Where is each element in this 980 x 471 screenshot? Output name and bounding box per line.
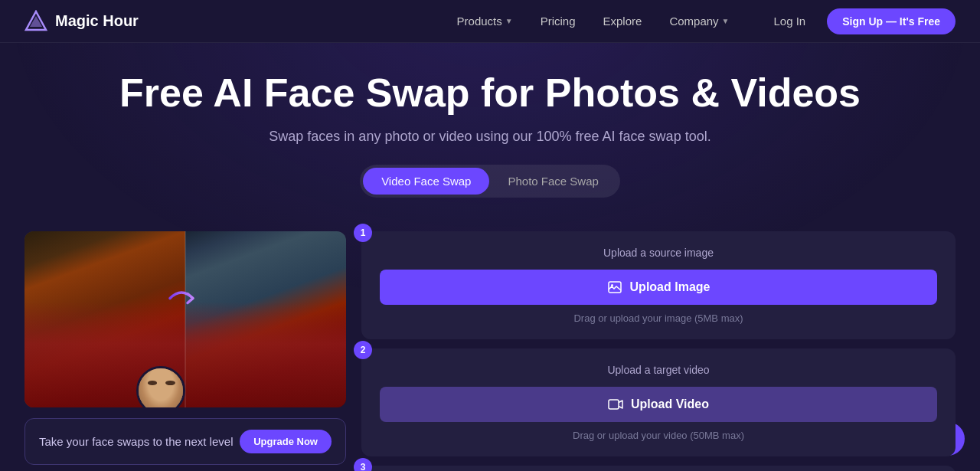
upload-image-button[interactable]: Upload Image	[380, 270, 937, 305]
signup-button[interactable]: Sign Up — It's Free	[827, 8, 956, 34]
image-icon	[607, 280, 622, 295]
video-icon	[608, 397, 623, 412]
step-3-card: 3 Click Swap Face to swap first 10 secon…	[361, 466, 956, 471]
nav-products[interactable]: Products ▼	[446, 8, 524, 34]
preview-image	[24, 231, 346, 407]
nav-explore[interactable]: Explore	[593, 8, 653, 34]
controls-section: 1 Upload a source image Upload Image Dra…	[361, 231, 956, 471]
logo[interactable]: Magic Hour	[24, 10, 139, 33]
preview-section: Take your face swaps to the next level U…	[24, 231, 346, 465]
upgrade-bar: Take your face swaps to the next level U…	[24, 418, 346, 465]
nav-actions: Log In Sign Up — It's Free	[764, 8, 956, 34]
hero-subtitle: Swap faces in any photo or video using o…	[15, 129, 965, 145]
main-content: Take your face swaps to the next level U…	[0, 231, 980, 471]
upload-video-hint: Drag or upload your video (50MB max)	[380, 430, 937, 441]
step-1-label: Upload a source image	[380, 247, 937, 259]
logo-icon	[24, 10, 47, 33]
nav-company[interactable]: Company ▼	[658, 8, 740, 34]
svg-rect-4	[609, 400, 619, 409]
step-3-badge: 3	[354, 458, 372, 471]
chevron-down-icon: ▼	[505, 17, 513, 25]
nav-pricing[interactable]: Pricing	[530, 8, 586, 34]
swap-arrow-icon	[166, 283, 204, 320]
upgrade-now-button[interactable]: Upgrade Now	[240, 430, 332, 453]
upload-image-hint: Drag or upload your image (5MB max)	[380, 312, 937, 324]
login-button[interactable]: Log In	[764, 8, 815, 34]
mode-tabs: Video Face Swap Photo Face Swap	[15, 165, 965, 198]
step-2-label: Upload a target video	[380, 364, 937, 376]
tab-photo-face-swap[interactable]: Photo Face Swap	[489, 168, 616, 195]
source-face-thumbnail	[136, 366, 185, 407]
upload-video-button[interactable]: Upload Video	[380, 387, 937, 422]
upgrade-text: Take your face swaps to the next level	[39, 435, 233, 448]
step-2-card: 2 Upload a target video Upload Video Dra…	[361, 348, 956, 456]
tab-video-face-swap[interactable]: Video Face Swap	[363, 168, 489, 195]
brand-name: Magic Hour	[55, 12, 139, 30]
chevron-down-icon: ▼	[722, 17, 730, 25]
face-after	[185, 231, 346, 407]
hero-title: Free AI Face Swap for Photos & Videos	[15, 70, 965, 116]
step-1-badge: 1	[354, 224, 372, 242]
step-2-badge: 2	[354, 341, 372, 359]
hero-section: Free AI Face Swap for Photos & Videos Sw…	[0, 43, 980, 231]
nav-links: Products ▼ Pricing Explore Company ▼	[446, 8, 740, 34]
step-1-card: 1 Upload a source image Upload Image Dra…	[361, 231, 956, 339]
